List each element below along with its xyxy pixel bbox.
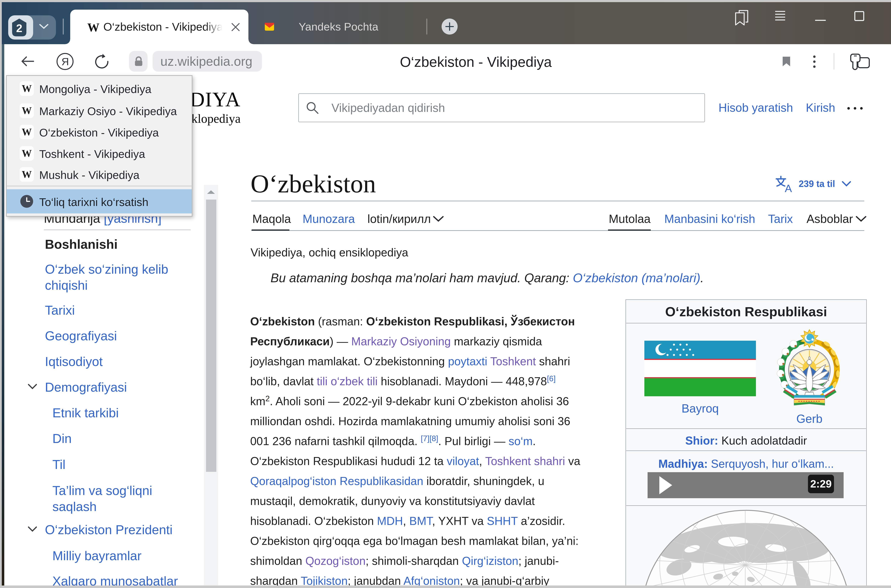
svg-text:2: 2 [16, 22, 22, 34]
svg-text:Я: Я [62, 56, 69, 68]
svg-text:A: A [785, 183, 792, 193]
